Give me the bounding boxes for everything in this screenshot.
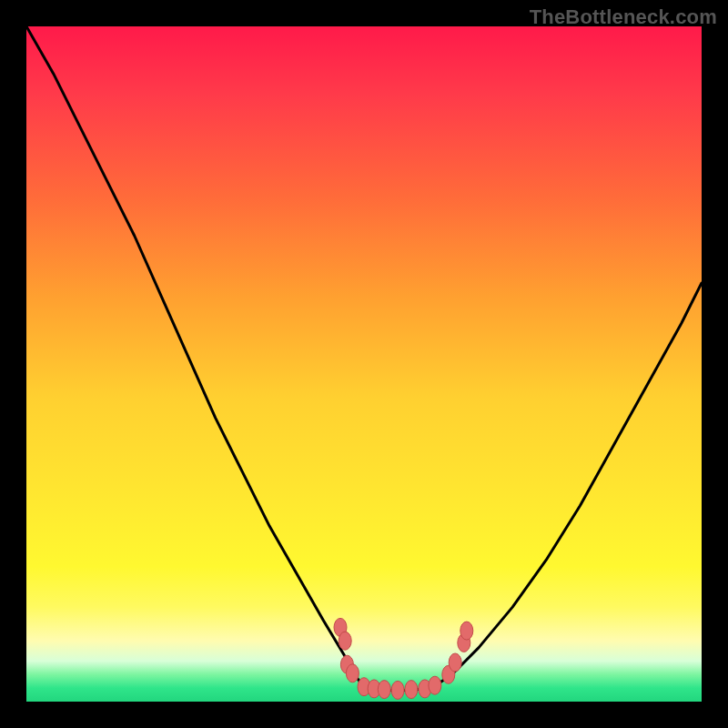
chart-plot-area: [26, 26, 702, 702]
